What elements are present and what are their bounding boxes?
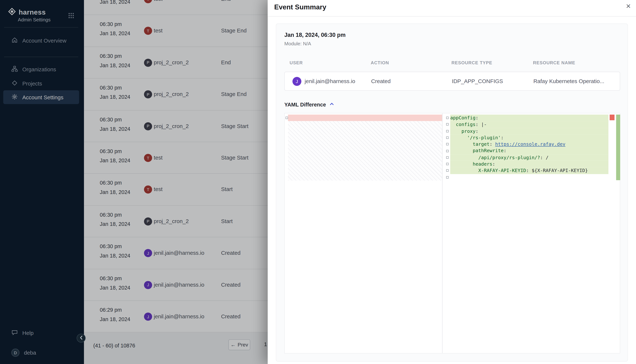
diff-added-line: pathRewrite: xyxy=(450,148,608,154)
diff-added-line: headers: xyxy=(450,161,608,168)
column-header-resource-type: RESOURCE TYPE xyxy=(451,60,492,65)
diff-added-line: '/rs-plugin': xyxy=(450,134,608,141)
page: harness Admin Settings Account Overview xyxy=(0,0,636,364)
diff-added-line: target: https://console.rafay.dev xyxy=(450,141,608,148)
event-user: jenil.jain@harness.io xyxy=(305,78,355,84)
chevron-up-icon[interactable] xyxy=(329,101,334,108)
diff-pane-divider xyxy=(442,113,443,353)
overview-ruler-removed-mark xyxy=(610,114,614,120)
overview-ruler-added-mark[interactable] xyxy=(616,114,620,180)
diff-added-lines: appConfig: configs: |- proxy: '/rs-plugi… xyxy=(450,114,608,174)
diff-marker-square xyxy=(446,136,449,139)
yaml-key: appConfig xyxy=(450,115,476,121)
event-datetime: Jan 18, 2024, 06:30 pm xyxy=(284,32,345,38)
diff-marker-square xyxy=(286,116,288,119)
diff-marker-square xyxy=(446,156,449,158)
diff-marker-square xyxy=(446,163,449,165)
event-resource-type: IDP_APP_CONFIGS xyxy=(452,78,503,84)
diff-marker-square xyxy=(446,150,449,152)
yaml-difference-label: YAML Difference xyxy=(284,102,326,108)
yaml-key: '/rs-plugin' xyxy=(450,135,501,140)
diff-marker-square xyxy=(446,170,449,172)
diff-added-line: X-RAFAY-API-KEYID: ${X-RAFAY-API-KEYID} xyxy=(450,168,608,174)
diff-marker-square xyxy=(446,130,449,132)
diff-added-line: appConfig: xyxy=(450,114,608,121)
diff-added-line: proxy: xyxy=(450,128,608,134)
column-header-user: USER xyxy=(290,60,303,65)
yaml-key: headers xyxy=(450,161,492,167)
yaml-key: pathRewrite xyxy=(450,148,504,154)
event-module: Module: N/A xyxy=(284,41,311,46)
diff-marker-square xyxy=(446,176,449,178)
diff-empty-hatch-region xyxy=(288,121,442,180)
diff-added-line: configs: |- xyxy=(450,121,608,128)
chevron-left-icon xyxy=(79,335,83,341)
event-card: Jan 18, 2024, 06:30 pm Module: N/A USER … xyxy=(276,24,628,362)
diff-marker-square xyxy=(446,123,449,126)
diff-added-line: /api/proxy/rs-plugin/?: / xyxy=(450,154,608,161)
column-header-action: ACTION xyxy=(371,60,389,65)
drawer-header: Event Summary × xyxy=(268,0,636,16)
diff-marker-square xyxy=(446,143,449,145)
close-icon[interactable]: × xyxy=(626,2,631,10)
diff-marker-square xyxy=(446,116,449,119)
yaml-key: /api/proxy/rs-plugin/? xyxy=(450,154,540,160)
yaml-key: target xyxy=(450,142,490,147)
event-table-row: J jenil.jain@harness.io Created IDP_APP_… xyxy=(284,72,620,91)
event-avatar: J xyxy=(292,77,301,86)
column-header-resource-name: RESOURCE NAME xyxy=(533,60,575,65)
yaml-key: configs xyxy=(450,122,476,127)
yaml-diff-editor[interactable]: appConfig: configs: |- proxy: '/rs-plugi… xyxy=(284,113,620,354)
sidebar-collapse-button[interactable] xyxy=(77,334,86,342)
yaml-key: proxy xyxy=(450,128,476,134)
event-resource-name: Rafay Kubernetes Operatio... xyxy=(533,78,604,84)
yaml-key: X-RAFAY-API-KEYID xyxy=(450,168,526,174)
yaml-difference-section: YAML Difference xyxy=(284,101,334,108)
event-action: Created xyxy=(371,78,391,84)
drawer-title: Event Summary xyxy=(274,3,326,12)
event-summary-drawer: Event Summary × Jan 18, 2024, 06:30 pm M… xyxy=(268,0,636,364)
diff-removed-line xyxy=(288,114,442,121)
modal-overlay[interactable] xyxy=(0,0,268,364)
yaml-link[interactable]: https://console.rafay.dev xyxy=(495,142,565,147)
